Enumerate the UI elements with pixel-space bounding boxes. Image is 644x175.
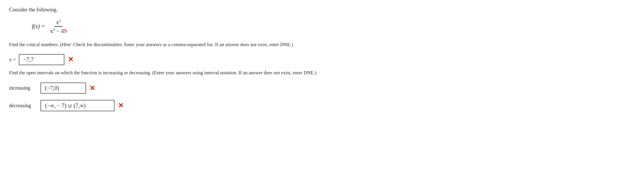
increasing-label: increasing [9, 85, 40, 91]
intro-text: Consider the following. [9, 7, 635, 13]
decreasing-row: decreasing (−∞, − 7) ∪ (7,∞) ✕ [9, 100, 635, 111]
increasing-input[interactable]: (−7,0) [40, 83, 86, 94]
critical-numbers-instructions: Find the critical numbers. (Hint: Check … [9, 41, 635, 48]
intervals-instructions: Find the open intervals on which the fun… [9, 69, 635, 77]
decreasing-error-mark: ✕ [118, 102, 124, 110]
formula-label: f(x) = [32, 23, 45, 30]
formula-denominator-red: − 49 [56, 28, 67, 34]
hint-label: Hint: [62, 42, 72, 47]
formula-numerator: x2 [54, 18, 63, 27]
decreasing-label: decreasing [9, 103, 40, 109]
increasing-row: increasing (−7,0) ✕ [9, 83, 635, 94]
critical-numbers-error-mark: ✕ [68, 55, 73, 63]
formula-fraction: x2 x2 − 49 [48, 18, 68, 34]
decreasing-input[interactable]: (−∞, − 7) ∪ (7,∞) [40, 100, 115, 111]
increasing-error-mark: ✕ [89, 84, 95, 92]
formula-denominator: x2 − 49 [48, 27, 68, 34]
critical-numbers-row: x = −7,7 ✕ [9, 54, 635, 65]
formula-block: f(x) = x2 x2 − 49 [32, 18, 635, 34]
x-equals-label: x = [9, 57, 16, 63]
critical-numbers-input[interactable]: −7,7 [19, 54, 64, 65]
